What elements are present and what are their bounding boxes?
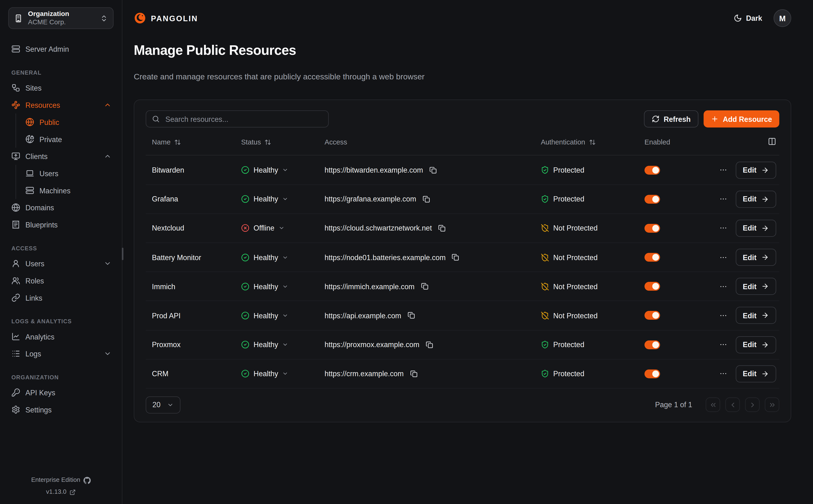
- theme-toggle[interactable]: Dark: [734, 14, 762, 22]
- edit-button[interactable]: Edit: [736, 278, 776, 295]
- link-icon: [11, 293, 20, 302]
- sidebar-item-users[interactable]: Users: [8, 255, 114, 272]
- status-chip[interactable]: Healthy: [241, 340, 289, 349]
- sidebar-item-label: Users: [39, 169, 58, 178]
- enabled-toggle[interactable]: [645, 311, 660, 320]
- table-header: NameStatusAccessAuthenticationEnabled: [146, 130, 779, 156]
- column-header-authentication[interactable]: Authentication: [535, 139, 638, 146]
- copy-url-button[interactable]: [438, 224, 446, 232]
- row-menu-button[interactable]: [718, 281, 728, 292]
- shield-check-icon: [541, 195, 549, 203]
- avatar[interactable]: M: [774, 9, 791, 27]
- enabled-toggle[interactable]: [645, 282, 660, 291]
- add-resource-button[interactable]: Add Resource: [704, 111, 779, 128]
- sidebar-item-server-admin[interactable]: Server Admin: [8, 41, 114, 58]
- status-chip[interactable]: Healthy: [241, 253, 289, 262]
- sidebar-item-private[interactable]: Private: [22, 131, 114, 148]
- first-page-button[interactable]: [706, 398, 720, 412]
- status-chip[interactable]: Healthy: [241, 195, 289, 203]
- status-chip[interactable]: Healthy: [241, 282, 289, 291]
- edit-button[interactable]: Edit: [736, 190, 776, 208]
- sidebar-item-roles[interactable]: Roles: [8, 272, 114, 289]
- sidebar-item-api-keys[interactable]: API Keys: [8, 384, 114, 401]
- sidebar-item-domains[interactable]: Domains: [8, 199, 114, 216]
- workflow-icon: [11, 83, 20, 92]
- edit-button[interactable]: Edit: [736, 307, 776, 324]
- sidebar-item-users[interactable]: Users: [22, 165, 114, 182]
- row-menu-button[interactable]: [718, 223, 728, 233]
- column-visibility-button[interactable]: [768, 138, 776, 147]
- row-menu-button[interactable]: [718, 252, 728, 262]
- copy-url-button[interactable]: [421, 283, 429, 290]
- copy-url-button[interactable]: [429, 166, 437, 174]
- sidebar-item-sites[interactable]: Sites: [8, 79, 114, 97]
- gear-icon: [11, 405, 20, 414]
- theme-label: Dark: [746, 14, 762, 22]
- sidebar-item-label: Server Admin: [26, 45, 69, 53]
- column-header-status[interactable]: Status: [235, 139, 318, 146]
- copy-url-button[interactable]: [426, 341, 434, 349]
- enabled-toggle[interactable]: [645, 224, 660, 233]
- sidebar-item-blueprints[interactable]: Blueprints: [8, 216, 114, 233]
- circle-x-icon: [241, 224, 249, 232]
- row-menu-button[interactable]: [718, 165, 728, 175]
- row-menu-button[interactable]: [718, 194, 728, 204]
- sidebar-item-machines[interactable]: Machines: [22, 182, 114, 199]
- enabled-toggle[interactable]: [645, 340, 660, 349]
- sort-icon: [589, 139, 596, 146]
- edit-button[interactable]: Edit: [736, 249, 776, 266]
- enabled-toggle[interactable]: [645, 369, 660, 378]
- sidebar-scrollbar-thumb[interactable]: [122, 248, 124, 260]
- status-chip[interactable]: Healthy: [241, 311, 289, 320]
- shield-check-icon: [541, 340, 549, 349]
- resource-url: https://bitwarden.example.com: [325, 166, 423, 174]
- sidebar-item-public[interactable]: Public: [22, 113, 114, 131]
- ellipsis-icon: [719, 224, 727, 232]
- edit-button[interactable]: Edit: [736, 336, 776, 353]
- enabled-toggle[interactable]: [645, 165, 660, 174]
- copy-url-button[interactable]: [423, 195, 431, 203]
- resource-url: https://cloud.schwartznetwork.net: [325, 224, 432, 232]
- prev-page-button[interactable]: [725, 398, 740, 412]
- status-chip[interactable]: Offline: [241, 224, 285, 232]
- copy-url-button[interactable]: [452, 253, 460, 261]
- copy-url-button[interactable]: [410, 370, 418, 378]
- ellipsis-icon: [719, 195, 727, 203]
- sidebar-item-links[interactable]: Links: [8, 289, 114, 306]
- toggle-knob: [652, 167, 659, 173]
- section-label: ORGANIZATION: [8, 374, 114, 380]
- copy-url-button[interactable]: [408, 312, 415, 319]
- search-input[interactable]: [164, 114, 322, 124]
- row-menu-button[interactable]: [718, 369, 728, 379]
- sidebar-sublist: PublicPrivate: [15, 113, 114, 148]
- edit-label: Edit: [743, 340, 756, 349]
- row-menu-button[interactable]: [718, 310, 728, 321]
- edition-link[interactable]: Enterprise Edition: [8, 474, 114, 486]
- auth-label: Not Protected: [553, 282, 598, 291]
- page-size-select[interactable]: 20: [146, 396, 180, 414]
- enabled-toggle[interactable]: [645, 195, 660, 204]
- status-chip[interactable]: Healthy: [241, 370, 289, 378]
- org-selector[interactable]: Organization ACME Corp.: [8, 7, 114, 29]
- edit-button[interactable]: Edit: [736, 365, 776, 382]
- status-chip[interactable]: Healthy: [241, 166, 289, 174]
- refresh-button[interactable]: Refresh: [644, 111, 699, 128]
- column-header-name[interactable]: Name: [146, 139, 235, 146]
- arrow-right-icon: [761, 283, 769, 290]
- sidebar-item-settings[interactable]: Settings: [8, 401, 114, 418]
- sidebar-item-clients[interactable]: Clients: [8, 148, 114, 165]
- sidebar-item-analytics[interactable]: Analytics: [8, 328, 114, 345]
- brand[interactable]: PANGOLIN: [134, 12, 198, 24]
- edit-button[interactable]: Edit: [736, 161, 776, 179]
- enabled-toggle[interactable]: [645, 253, 660, 262]
- auth-label: Protected: [553, 195, 584, 203]
- sidebar-item-resources[interactable]: Resources: [8, 96, 114, 113]
- sidebar-item-logs[interactable]: Logs: [8, 345, 114, 362]
- row-menu-button[interactable]: [718, 339, 728, 350]
- next-page-button[interactable]: [745, 398, 760, 412]
- edit-button[interactable]: Edit: [736, 220, 776, 237]
- version-link[interactable]: v1.13.0: [8, 486, 114, 498]
- last-page-button[interactable]: [765, 398, 779, 412]
- toggle-knob: [652, 312, 659, 319]
- circle-check-icon: [241, 311, 249, 320]
